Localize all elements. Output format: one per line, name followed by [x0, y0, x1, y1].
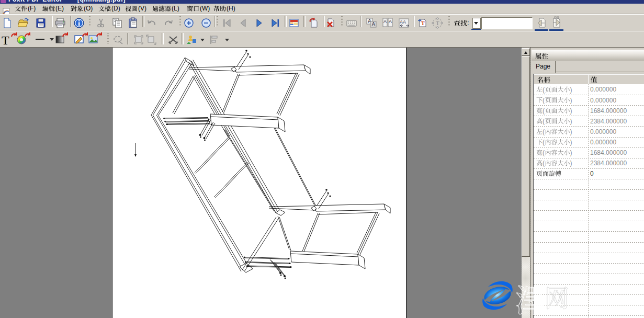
svg-text:T: T	[436, 20, 439, 26]
svg-text:AA: AA	[400, 19, 406, 25]
svg-text:A: A	[389, 19, 392, 24]
svg-text:A: A	[383, 19, 387, 24]
svg-text:A: A	[372, 21, 376, 27]
svg-text:T: T	[2, 33, 9, 46]
svg-text:T: T	[421, 20, 425, 26]
